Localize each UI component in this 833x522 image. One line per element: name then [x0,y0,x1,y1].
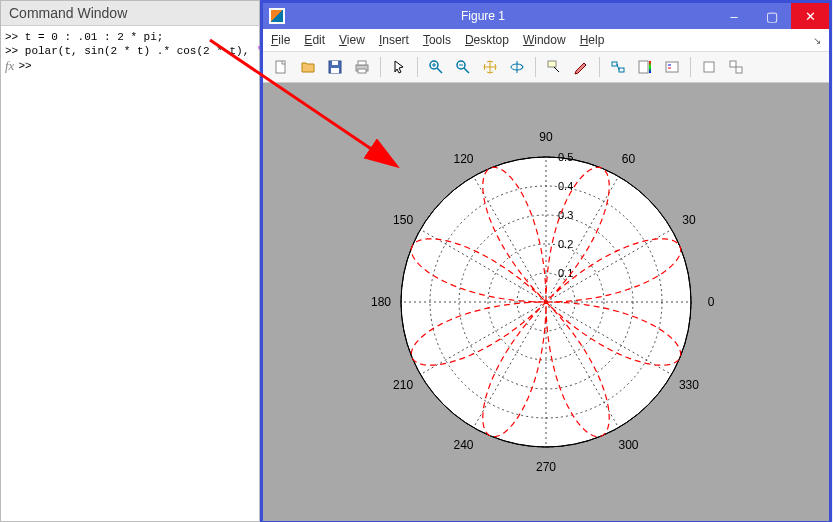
link-icon[interactable] [606,55,630,79]
menubar: File Edit View Insert Tools Desktop Wind… [263,29,829,52]
menu-file[interactable]: File [271,33,290,47]
show-tools-icon[interactable] [724,55,748,79]
svg-line-19 [617,64,619,70]
close-button[interactable]: ✕ [791,3,829,29]
svg-text:180: 180 [371,295,391,309]
svg-text:60: 60 [622,152,636,166]
brush-icon[interactable] [569,55,593,79]
svg-text:210: 210 [393,378,413,392]
command-window-title: Command Window [1,1,259,26]
menu-desktop[interactable]: Desktop [465,33,509,47]
svg-text:0.4: 0.4 [558,180,573,192]
menu-tools[interactable]: Tools [423,33,451,47]
svg-text:0.5: 0.5 [558,151,573,163]
svg-rect-2 [332,61,338,65]
separator [535,57,536,77]
svg-text:330: 330 [679,378,699,392]
svg-rect-6 [358,69,366,73]
menu-view[interactable]: View [339,33,365,47]
save-icon[interactable] [323,55,347,79]
menu-insert[interactable]: Insert [379,33,409,47]
svg-rect-27 [736,67,742,73]
svg-text:150: 150 [393,213,413,227]
toolbar [263,52,829,83]
polar-axes[interactable]: 0.10.20.30.40.50306090120150180210240270… [361,117,731,487]
dock-icon[interactable]: ↘ [813,35,821,46]
svg-rect-15 [548,61,556,67]
zoom-out-icon[interactable] [451,55,475,79]
figure-titlebar[interactable]: Figure 1 – ▢ ✕ [263,3,829,29]
menu-window[interactable]: Window [523,33,566,47]
maximize-button[interactable]: ▢ [753,3,791,29]
pointer-icon[interactable] [387,55,411,79]
svg-text:0.3: 0.3 [558,209,573,221]
svg-rect-22 [666,62,678,72]
data-cursor-icon[interactable] [542,55,566,79]
svg-line-16 [554,67,559,72]
open-icon[interactable] [296,55,320,79]
svg-line-8 [437,68,442,73]
rotate3d-icon[interactable] [505,55,529,79]
separator [417,57,418,77]
minimize-button[interactable]: – [715,3,753,29]
command-window: Command Window >> t = 0 : .01 : 2 * pi; … [0,0,260,522]
separator [599,57,600,77]
svg-rect-20 [639,61,648,73]
svg-line-12 [464,68,469,73]
svg-text:300: 300 [618,438,638,452]
svg-text:30: 30 [682,213,696,227]
command-line: >> polar(t, sin(2 * t) .* cos(2 * t), '-… [5,44,259,58]
svg-rect-17 [612,62,617,66]
figure-title: Figure 1 [251,9,715,23]
menu-help[interactable]: Help [580,33,605,47]
separator [690,57,691,77]
figure-window: Figure 1 – ▢ ✕ File Edit View Insert Too… [260,0,832,522]
svg-text:270: 270 [536,460,556,474]
svg-text:240: 240 [453,438,473,452]
legend-icon[interactable] [660,55,684,79]
figure-axes-area[interactable]: 0.10.20.30.40.50306090120150180210240270… [263,83,829,521]
print-icon[interactable] [350,55,374,79]
hide-tools-icon[interactable] [697,55,721,79]
command-window-body[interactable]: >> t = 0 : .01 : 2 * pi; >> polar(t, sin… [1,26,259,74]
menu-edit[interactable]: Edit [304,33,325,47]
svg-rect-5 [358,61,366,65]
new-figure-icon[interactable] [269,55,293,79]
svg-text:120: 120 [453,152,473,166]
svg-text:0: 0 [708,295,715,309]
zoom-in-icon[interactable] [424,55,448,79]
command-line: >> t = 0 : .01 : 2 * pi; [5,30,259,44]
pan-icon[interactable] [478,55,502,79]
svg-rect-0 [276,61,285,73]
svg-rect-3 [331,68,339,73]
svg-rect-18 [619,68,624,72]
svg-rect-26 [730,61,736,67]
colorbar-icon[interactable] [633,55,657,79]
fx-icon: fx [5,58,14,74]
svg-text:0.2: 0.2 [558,238,573,250]
command-prompt[interactable]: fx >> [5,58,259,74]
svg-text:90: 90 [539,130,553,144]
separator [380,57,381,77]
svg-rect-21 [649,61,651,73]
svg-rect-25 [704,62,714,72]
